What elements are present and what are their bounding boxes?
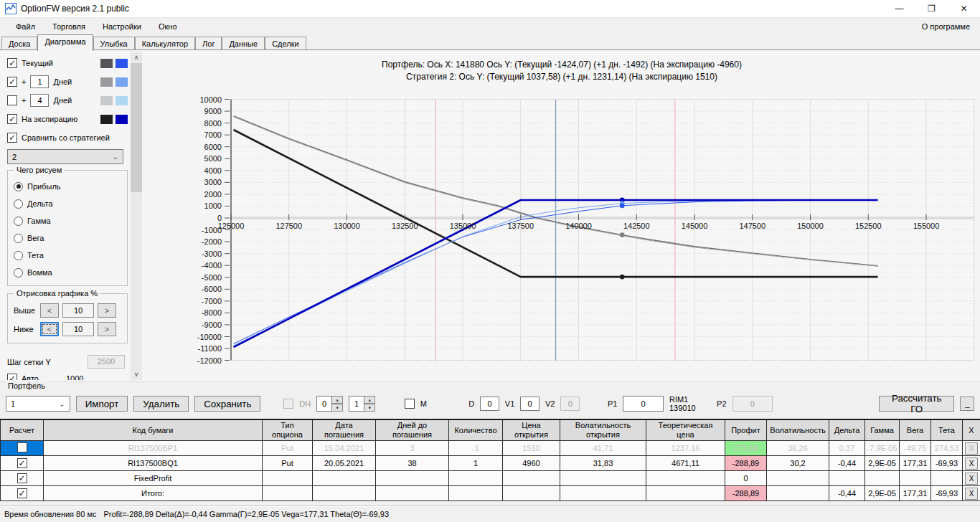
save-button[interactable]: Сохранить bbox=[194, 396, 260, 412]
compare-strategy-checkbox[interactable] bbox=[7, 133, 17, 143]
tab-лог[interactable]: Лог bbox=[195, 37, 222, 51]
col-header: Вега bbox=[900, 419, 931, 441]
spin-up-icon[interactable]: ▲ bbox=[332, 396, 343, 404]
close-button[interactable]: ✕ bbox=[948, 0, 980, 17]
col-header: Гамма bbox=[865, 419, 900, 441]
calc-go-button[interactable]: Рассчитать ГО bbox=[879, 396, 954, 412]
collapse-button[interactable]: _ bbox=[960, 397, 974, 411]
chart-header-strategy: Стратегия 2: Ось Y: (Текущий 1037,58) (+… bbox=[143, 71, 980, 83]
radio-прибыль[interactable] bbox=[14, 182, 23, 191]
data-cell bbox=[449, 471, 503, 486]
v1-input[interactable]: 0 bbox=[520, 397, 540, 411]
radio-гамма[interactable] bbox=[14, 217, 23, 226]
radio-дельта[interactable] bbox=[14, 199, 23, 209]
grid-auto-label: Авто bbox=[22, 374, 39, 380]
days-input-1[interactable]: 1 bbox=[30, 75, 49, 88]
portfolio-select[interactable]: 1 ⌄ bbox=[6, 396, 70, 412]
radio-вомма[interactable] bbox=[14, 268, 23, 277]
delete-button[interactable]: Удалить bbox=[133, 396, 189, 412]
y-tick-label: -9000 bbox=[202, 321, 222, 329]
v1-label: V1 bbox=[505, 399, 514, 408]
calc-checkbox[interactable] bbox=[17, 458, 27, 468]
menu-window[interactable]: Окно bbox=[150, 20, 186, 33]
grid-step-input[interactable]: 2500 bbox=[88, 355, 125, 369]
minimize-button[interactable]: — bbox=[883, 0, 915, 17]
x-tick-label: 125000 bbox=[218, 222, 245, 230]
plus-label: + bbox=[22, 96, 26, 105]
render-percent-label: Ниже bbox=[14, 325, 37, 333]
calc-cell bbox=[1, 471, 44, 486]
calc-checkbox[interactable] bbox=[17, 473, 27, 483]
spin-down-icon[interactable]: ▼ bbox=[332, 404, 343, 412]
update-time-text: Время обновления 80 мс bbox=[4, 510, 96, 518]
v2-input[interactable]: 0 bbox=[560, 397, 580, 411]
menu-file[interactable]: Файл bbox=[7, 20, 44, 33]
tab-диаграмма[interactable]: Диаграмма bbox=[37, 34, 93, 51]
remove-row-button[interactable]: X bbox=[965, 473, 978, 485]
spin-up-icon[interactable]: ▲ bbox=[364, 396, 375, 404]
radio-вега[interactable] bbox=[14, 234, 23, 243]
data-cell: 1237,16 bbox=[646, 441, 725, 456]
radio-label: Тета bbox=[27, 251, 44, 260]
radio-тета[interactable] bbox=[14, 251, 23, 260]
tab-сделки[interactable]: Сделки bbox=[265, 37, 306, 51]
dh-spinner-2[interactable]: 1 ▲▼ bbox=[349, 396, 375, 412]
x-tick-label: 127500 bbox=[275, 222, 302, 230]
legend-checkbox-3[interactable] bbox=[7, 114, 17, 124]
scrollbar-thumb[interactable] bbox=[131, 63, 142, 192]
d-input[interactable]: 0 bbox=[480, 397, 499, 411]
increase-button[interactable]: > bbox=[98, 303, 116, 318]
tab-улыбка[interactable]: Улыбка bbox=[93, 37, 135, 51]
remove-row-button[interactable]: X bbox=[965, 488, 978, 500]
remove-row-button[interactable]: X bbox=[965, 457, 978, 470]
strategy-select[interactable]: 2 ⌄ bbox=[7, 149, 123, 164]
calc-cell bbox=[1, 456, 44, 471]
calc-checkbox[interactable] bbox=[17, 442, 27, 452]
remove-row-button[interactable]: X bbox=[965, 442, 978, 455]
data-cell bbox=[646, 486, 725, 501]
calc-checkbox[interactable] bbox=[17, 488, 27, 498]
spin-down-icon[interactable]: ▼ bbox=[364, 404, 375, 412]
data-cell: -1 bbox=[449, 441, 503, 456]
portfolio-expiration-point bbox=[620, 275, 625, 280]
days-input-2[interactable]: 4 bbox=[30, 94, 49, 107]
menu-about[interactable]: О программе bbox=[922, 22, 980, 31]
percent-value[interactable]: 10 bbox=[62, 303, 94, 318]
app-icon bbox=[5, 3, 17, 14]
y-tick-label: -2000 bbox=[202, 237, 222, 246]
render-percent-label: Выше bbox=[14, 306, 37, 315]
y-tick-label: 8000 bbox=[204, 119, 222, 128]
legend-checkbox-0[interactable] bbox=[7, 58, 17, 68]
y-tick-label: 3000 bbox=[204, 178, 222, 186]
scroll-down-icon[interactable]: ∨ bbox=[131, 369, 142, 380]
restore-button[interactable]: ❐ bbox=[915, 0, 948, 17]
tab-калькулятор[interactable]: Калькулятор bbox=[135, 37, 195, 51]
dh-checkbox[interactable] bbox=[283, 399, 293, 409]
p2-input[interactable]: 0 bbox=[732, 396, 773, 412]
p1-input[interactable]: 0 bbox=[623, 396, 664, 412]
strategy-color-swatch bbox=[116, 77, 128, 87]
menu-trading[interactable]: Торговля bbox=[44, 20, 94, 33]
profit-chart[interactable]: 1000090008000700060005000400030002000100… bbox=[143, 86, 980, 381]
m-checkbox[interactable] bbox=[405, 399, 415, 409]
tab-доска[interactable]: Доска bbox=[1, 37, 37, 51]
table-row-3: Итого:-288,89-0,442,9E-05177,31-69,93X bbox=[1, 486, 980, 501]
menu-settings[interactable]: Настройки bbox=[94, 20, 150, 33]
legend-checkbox-2[interactable] bbox=[7, 95, 17, 105]
col-header: Дельта bbox=[829, 419, 865, 441]
import-button[interactable]: Импорт bbox=[76, 396, 128, 412]
increase-button[interactable]: > bbox=[98, 322, 116, 336]
data-cell: 20.05.2021 bbox=[313, 456, 376, 471]
tab-данные[interactable]: Данные bbox=[222, 37, 265, 51]
grid-auto-checkbox[interactable] bbox=[7, 374, 17, 380]
positions-table: РасчетКод бумагиТипопционаДатапогашенияД… bbox=[0, 419, 980, 501]
legend-label-0: Текущий bbox=[22, 59, 53, 67]
data-cell bbox=[865, 471, 900, 486]
decrease-button[interactable]: < bbox=[40, 322, 59, 336]
legend-checkbox-1[interactable] bbox=[7, 77, 17, 87]
decrease-button[interactable]: < bbox=[40, 303, 59, 318]
scroll-up-icon[interactable]: ∧ bbox=[131, 52, 142, 63]
sidebar-scrollbar[interactable]: ∧ ∨ bbox=[131, 52, 142, 380]
dh-spinner-1[interactable]: 0 ▲▼ bbox=[316, 396, 343, 412]
percent-value[interactable]: 10 bbox=[62, 322, 94, 336]
